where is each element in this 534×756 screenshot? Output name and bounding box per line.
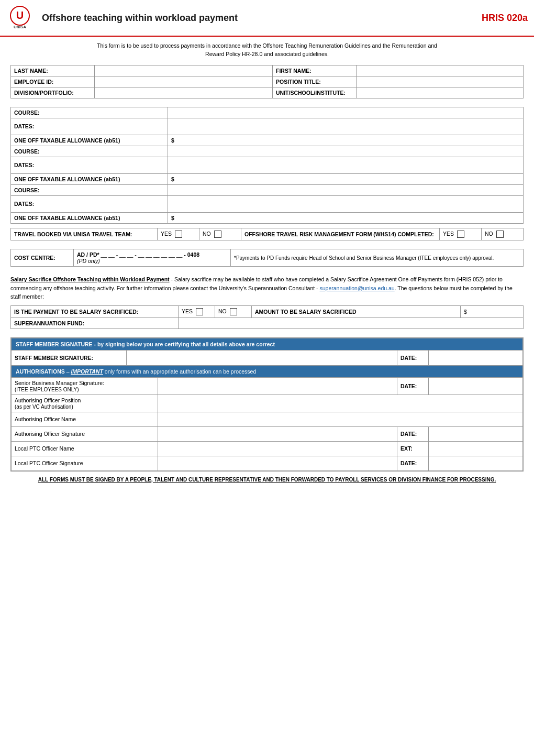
- last-name-label: LAST NAME:: [11, 65, 95, 76]
- section3-allowance-value[interactable]: $: [168, 212, 524, 223]
- salary-email[interactable]: superannuation@unisa.edu.au: [320, 285, 395, 291]
- travel-row: TRAVEL BOOKED VIA UNISA TRAVEL TEAM: YES…: [11, 228, 524, 240]
- cost-centre-note: *Payments to PD Funds require Head of Sc…: [234, 255, 494, 261]
- auth-value-3[interactable]: [158, 426, 397, 441]
- auth-row-5: Local PTC Officer Signature DATE:: [12, 456, 523, 470]
- auth-date-label-3: DATE:: [397, 426, 429, 441]
- section-2-table: COURSE: DATES: ONE OFF TAXABLE ALLOWANCE…: [10, 146, 524, 185]
- auth-row-1: Authorising Officer Position(as per VC A…: [12, 395, 523, 412]
- cost-centre-value[interactable]: AD / PD* __ __ - __ __ - __ __ __ __ __ …: [74, 249, 231, 266]
- section2-allowance-value[interactable]: $: [168, 173, 524, 184]
- auth-date-label-5: DATE:: [397, 456, 429, 470]
- section-1-table: COURSE: DATES: ONE OFF TAXABLE ALLOWANCE…: [10, 107, 524, 146]
- section3-course-row: COURSE:: [11, 185, 524, 196]
- ad-pd-blanks: __ __ - __ __ - __ __ __ __ __ __: [101, 251, 184, 258]
- section3-dollar: $: [171, 215, 174, 221]
- auth-label-1: Authorising Officer Position(as per VC A…: [12, 395, 158, 412]
- cost-centre-row: COST CENTRE: AD / PD* __ __ - __ __ - __…: [11, 249, 524, 266]
- first-name-value[interactable]: [357, 65, 524, 76]
- auth-value-5[interactable]: [158, 456, 397, 470]
- auth-ext-value-4[interactable]: [429, 441, 523, 456]
- last-name-value[interactable]: [95, 65, 273, 76]
- unit-value[interactable]: [357, 87, 524, 98]
- division-row: DIVISION/PORTFOLIO: UNIT/SCHOOL/INSTITUT…: [11, 87, 524, 98]
- section2-dates-value[interactable]: [168, 157, 524, 173]
- page-title: Offshore teaching within workload paymen…: [42, 13, 482, 24]
- section2-course-value[interactable]: [168, 146, 524, 157]
- travel-no-checkbox[interactable]: [214, 231, 221, 238]
- section1-allowance-row: ONE OFF TAXABLE ALLOWANCE (ab51) $: [11, 135, 524, 146]
- sacrifice-yes-cell: YES: [179, 306, 215, 318]
- sacrifice-amount-value[interactable]: $: [461, 306, 524, 318]
- section1-course-row: COURSE:: [11, 107, 524, 118]
- auth-dash: –: [65, 368, 71, 375]
- auth-row-3: Authorising Officer Signature DATE:: [12, 426, 523, 441]
- position-title-label: POSITION TITLE:: [273, 76, 357, 87]
- sacrifice-yes-checkbox[interactable]: [196, 308, 203, 315]
- section1-course-label: COURSE:: [11, 107, 168, 118]
- section3-course-value[interactable]: [168, 185, 524, 196]
- auth-value-4[interactable]: [158, 441, 397, 456]
- section3-allowance-row: ONE OFF TAXABLE ALLOWANCE (ab51) $: [11, 212, 524, 223]
- superfund-value[interactable]: [179, 318, 524, 329]
- section-3-table: COURSE: DATES: ONE OFF TAXABLE ALLOWANCE…: [10, 185, 524, 224]
- staff-sig-date-label: DATE:: [397, 350, 429, 365]
- travel-yes-cell: YES: [158, 228, 199, 240]
- auth-header-rest: only forms with an appropriate authorisa…: [103, 368, 256, 375]
- auth-date-value-0[interactable]: [429, 378, 523, 395]
- section1-allowance-value[interactable]: $: [168, 135, 524, 146]
- section1-dates-value[interactable]: [168, 118, 524, 135]
- sacrifice-amount-label: AMOUNT TO BE SALARY SACRIFICED: [252, 306, 461, 318]
- staff-sig-table: STAFF MEMBER SIGNATURE: DATE:: [11, 350, 523, 366]
- auth-date-value-5[interactable]: [429, 456, 523, 470]
- offshore-yes-checkbox[interactable]: [457, 231, 464, 238]
- svg-text:U: U: [16, 9, 24, 21]
- auth-date-value-3[interactable]: [429, 426, 523, 441]
- employee-id-value[interactable]: [95, 76, 273, 87]
- personal-info-table: LAST NAME: FIRST NAME: EMPLOYEE ID: POSI…: [10, 65, 524, 98]
- staff-signature-block: STAFF MEMBER SIGNATURE - by signing belo…: [10, 337, 524, 472]
- auth-header: AUTHORISATIONS – IMPORTANT only forms wi…: [11, 366, 523, 378]
- sacrifice-no-checkbox[interactable]: [230, 308, 237, 315]
- unit-label: UNIT/SCHOOL/INSTITUTE:: [273, 87, 357, 98]
- sacrifice-row2: SUPERANNUATION FUND:: [11, 318, 524, 329]
- position-title-value[interactable]: [357, 76, 524, 87]
- sacrifice-question-label: IS THE PAYMENT TO BE SALARY SACRIFICED:: [11, 306, 179, 318]
- main-content: This form is to be used to process payme…: [0, 37, 534, 493]
- auth-value-2[interactable]: [158, 412, 523, 426]
- offshore-yes-cell: YES: [440, 228, 482, 240]
- division-label: DIVISION/PORTFOLIO:: [11, 87, 95, 98]
- auth-row-2: Authorising Officer Name: [12, 412, 523, 426]
- cost-centre-table: COST CENTRE: AD / PD* __ __ - __ __ - __…: [10, 249, 524, 267]
- section3-allowance-label: ONE OFF TAXABLE ALLOWANCE (ab51): [11, 212, 168, 223]
- section2-dollar: $: [171, 176, 174, 182]
- travel-table: TRAVEL BOOKED VIA UNISA TRAVEL TEAM: YES…: [10, 228, 524, 240]
- offshore-label: OFFSHORE TRAVEL RISK MANAGEMENT FORM (WH…: [241, 228, 440, 240]
- division-value[interactable]: [95, 87, 273, 98]
- cost-centre-label: COST CENTRE:: [11, 249, 74, 266]
- auth-table: Senior Business Manager Signature:(ITEE …: [11, 378, 523, 471]
- cost-centre-note-cell: *Payments to PD Funds require Head of Sc…: [231, 249, 524, 266]
- sacrifice-no-label: NO: [218, 308, 227, 314]
- section1-dates-row: DATES:: [11, 118, 524, 135]
- offshore-no-checkbox[interactable]: [496, 231, 504, 238]
- form-code: HRIS 020a: [482, 13, 528, 24]
- staff-sig-date-value[interactable]: [429, 350, 523, 365]
- auth-value-0[interactable]: [158, 378, 397, 395]
- staff-sig-row: STAFF MEMBER SIGNATURE: DATE:: [12, 350, 523, 365]
- auth-value-1[interactable]: [158, 395, 523, 412]
- offshore-no-cell: NO: [482, 228, 524, 240]
- section1-course-value[interactable]: [168, 107, 524, 118]
- section3-dates-label: DATES:: [11, 195, 168, 212]
- first-name-label: FIRST NAME:: [273, 65, 357, 76]
- sacrifice-dollar: $: [464, 309, 467, 315]
- section3-dates-value[interactable]: [168, 195, 524, 212]
- auth-label-3: Authorising Officer Signature: [12, 426, 158, 441]
- auth-label-5: Local PTC Officer Signature: [12, 456, 158, 470]
- section3-dates-row: DATES:: [11, 195, 524, 212]
- section3-course-label: COURSE:: [11, 185, 168, 196]
- travel-yes-checkbox[interactable]: [175, 231, 182, 238]
- staff-sig-value[interactable]: [127, 350, 397, 365]
- section1-allowance-label: ONE OFF TAXABLE ALLOWANCE (ab51): [11, 135, 168, 146]
- sacrifice-table: IS THE PAYMENT TO BE SALARY SACRIFICED: …: [10, 305, 524, 329]
